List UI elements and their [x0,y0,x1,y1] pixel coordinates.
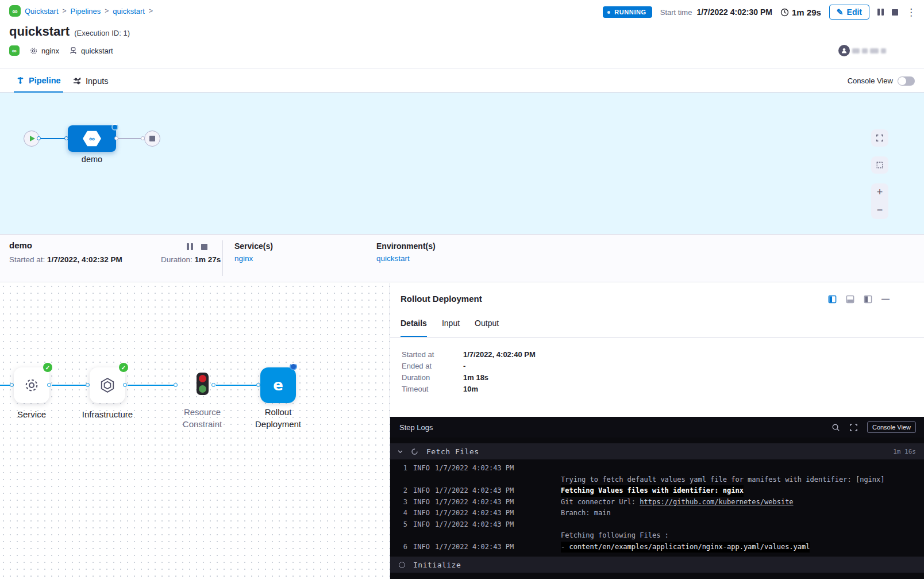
redacted-text [881,48,886,53]
stage-controls [187,243,207,250]
stop-icon [149,136,155,141]
log-line: 2INFO1/7/2022 4:02:43 PMFetching Values … [390,485,924,497]
canvas-zoom-controls: + − [871,183,888,219]
canvas-fit-selection-button[interactable] [871,156,888,174]
console-view-toggle[interactable] [898,76,915,86]
edit-button[interactable]: ✎ Edit [829,5,869,20]
account-row [838,45,886,56]
console-view-button[interactable]: Console View [867,421,916,433]
play-icon [30,136,35,141]
log-section-name: Fetch Files [426,447,479,456]
breadcrumb-link-quickstart[interactable]: Quickstart [25,7,59,16]
pipeline-icon [16,76,25,85]
page-header: ∞ Quickstart > Pipelines > quickstart > … [0,0,924,68]
stop-stage-icon[interactable] [201,244,207,250]
elapsed-time: 1m 29s [780,7,821,17]
connector-line [117,138,143,139]
stop-execution-icon[interactable] [892,9,898,16]
view-tabbar: Pipeline Inputs Console View [0,68,924,93]
log-line: 6INFO1/7/2022 4:02:43 PM- content/en/exa… [390,542,924,553]
step-node-service[interactable] [14,367,49,403]
title-row: quickstart (Execution ID: 1) [9,24,130,39]
step-node-infrastructure[interactable] [90,367,125,403]
traffic-red-light [199,375,206,382]
connector-line [52,385,86,386]
connector-dot [86,383,90,387]
more-options-icon[interactable]: ⋮ [906,7,916,17]
pause-stage-icon[interactable] [187,243,193,250]
layout-horizontal-split-icon[interactable] [846,295,854,304]
success-check-icon: ✓ [43,363,52,372]
log-section-fetch-files[interactable]: Fetch Files 1m 16s [390,443,924,459]
log-section-initialize[interactable]: Initialize [390,557,924,573]
step-label: Service [0,408,67,420]
spinner-icon [411,448,418,455]
redacted-text [862,48,868,53]
step-node-rollout-deployment[interactable]: e [260,367,296,403]
start-time-label: Start time [660,8,692,17]
redacted-text [870,48,879,53]
step-label: Rollout Deployment [244,406,313,430]
pause-execution-icon[interactable] [877,9,884,16]
tab-pipeline[interactable]: Pipeline [14,69,63,93]
detail-row: Ended at- [402,362,536,370]
step-detail-panel: Rollout Deployment — Details Input Outpu… [390,283,924,579]
stage-environments: Environment(s) quickstart [376,241,436,263]
log-line: 3INFO1/7/2022 4:02:43 PMGit connector Ur… [390,497,924,508]
stage-node-demo[interactable]: ∞ [68,125,116,152]
execution-status-row: RUNNING Start time 1/7/2022 4:02:30 PM 1… [603,5,916,20]
log-line: 1INFO1/7/2022 4:02:43 PM [390,463,924,474]
tab-details[interactable]: Details [401,319,427,337]
chevron-right-icon: > [149,7,153,15]
running-spinner-badge [290,363,297,370]
tab-inputs[interactable]: Inputs [70,69,111,93]
zoom-in-button[interactable]: + [871,183,888,201]
redacted-text [852,48,860,53]
status-badge: RUNNING [603,6,652,18]
connector-dot [10,383,14,387]
chevron-right-icon: > [105,7,109,15]
tab-output[interactable]: Output [475,319,499,337]
log-line: Trying to fetch default values yaml file… [390,474,924,486]
service-chip: nginx [29,47,59,55]
environment-link[interactable]: quickstart [376,254,436,263]
page-title: quickstart [9,24,70,39]
canvas-fullscreen-button[interactable] [871,129,888,147]
stage-node-label: demo [62,155,122,164]
connector-dot [123,383,127,387]
minimize-panel-icon[interactable]: — [881,294,890,304]
breadcrumb-link-pipelines[interactable]: Pipelines [71,7,101,16]
breadcrumb-link-pipeline-name[interactable]: quickstart [113,7,145,16]
chevron-down-icon [397,448,403,455]
detail-row: Duration1m 18s [402,374,536,382]
connector-line [128,385,174,386]
log-section-name: Initialize [413,561,461,569]
inputs-icon [72,76,82,86]
step-node-resource-constraint[interactable] [197,373,209,395]
step-panel-title: Rollout Deployment [401,294,482,304]
detail-row: Timeout10m [402,385,536,393]
pipeline-end-node[interactable] [144,131,160,147]
log-expand-icon[interactable] [849,423,858,432]
pipeline-stage-canvas: ∞ demo + − [0,93,924,234]
step-label: Resource Constraint [168,406,237,430]
log-search-icon[interactable] [831,423,840,432]
log-section-duration: 1m 16s [893,448,916,455]
service-link[interactable]: nginx [234,254,273,263]
panel-layout-controls: — [828,294,890,304]
cd-stage-icon: ∞ [83,131,101,147]
connector-dot [174,383,178,387]
pending-circle-icon [399,562,405,568]
connector-dot [256,383,260,387]
selection-icon [876,161,884,169]
tab-input[interactable]: Input [442,319,460,337]
console-view-label: Console View [848,76,893,85]
stage-duration: Duration: 1m 27s [161,255,221,264]
execution-detail-area: ✓ Service ✓ Infrastructure Resource Cons… [0,283,924,579]
gear-icon [29,47,38,55]
log-url-link[interactable]: https://github.com/kubernetes/website [640,497,793,508]
layout-right-panel-icon[interactable] [864,295,872,304]
stage-services: Service(s) nginx [234,241,273,263]
layout-vertical-split-icon[interactable] [828,295,837,304]
zoom-out-button[interactable]: − [871,201,888,219]
